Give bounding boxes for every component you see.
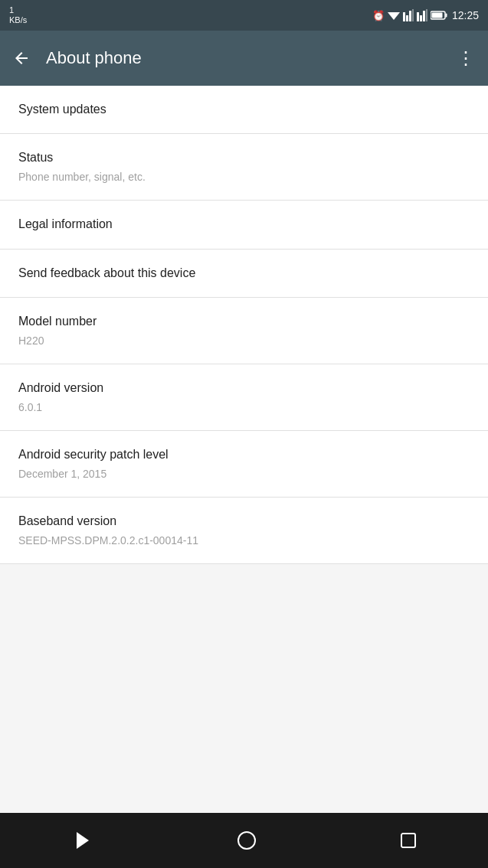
settings-item-title-system-updates: System updates (18, 101, 470, 118)
signal-icon-1 (403, 9, 414, 21)
settings-item-title-legal: Legal information (18, 216, 470, 233)
network-speed: 1 KB/s (9, 5, 27, 25)
svg-rect-7 (423, 11, 425, 21)
settings-item-feedback[interactable]: Send feedback about this device (0, 250, 488, 298)
settings-item-model[interactable]: Model number H220 (0, 298, 488, 364)
status-bar-right: ⏰ 12:25 (372, 9, 479, 21)
svg-rect-1 (403, 12, 405, 21)
clock: 12:25 (452, 9, 479, 21)
settings-item-security-patch[interactable]: Android security patch level December 1,… (0, 431, 488, 498)
svg-rect-2 (406, 15, 408, 21)
settings-item-status[interactable]: Status Phone number, signal, etc. (0, 134, 488, 201)
nav-bar (0, 813, 488, 868)
svg-rect-3 (409, 11, 411, 21)
settings-item-legal[interactable]: Legal information (0, 201, 488, 249)
settings-item-subtitle-security-patch: December 1, 2015 (18, 467, 470, 482)
page-title: About phone (46, 48, 457, 68)
battery-icon (431, 10, 447, 21)
svg-rect-10 (445, 14, 447, 18)
settings-item-title-feedback: Send feedback about this device (18, 265, 470, 282)
alarm-icon: ⏰ (372, 10, 385, 21)
settings-item-title-model: Model number (18, 313, 470, 330)
svg-rect-6 (420, 15, 422, 21)
svg-rect-11 (431, 13, 442, 18)
svg-rect-4 (412, 9, 414, 21)
settings-item-title-android-version: Android version (18, 380, 470, 396)
nav-home-button[interactable] (218, 821, 275, 860)
settings-item-subtitle-status: Phone number, signal, etc. (18, 170, 470, 185)
svg-marker-12 (77, 832, 89, 849)
settings-item-subtitle-android-version: 6.0.1 (18, 400, 470, 416)
settings-item-subtitle-model: H220 (18, 334, 470, 349)
svg-rect-5 (417, 12, 419, 21)
svg-rect-8 (426, 9, 427, 21)
settings-item-title-status: Status (18, 149, 470, 166)
wifi-icon (388, 9, 400, 21)
settings-item-android-version[interactable]: Android version 6.0.1 (0, 364, 488, 431)
back-button[interactable] (12, 49, 31, 67)
settings-item-subtitle-baseband: SEED-MPSS.DPM.2.0.2.c1-00014-11 (18, 534, 470, 549)
toolbar: About phone ⋮ (0, 31, 488, 86)
status-bar: 1 KB/s ⏰ (0, 0, 488, 31)
more-options-button[interactable]: ⋮ (457, 47, 476, 69)
settings-item-title-baseband: Baseband version (18, 513, 470, 530)
settings-item-system-updates[interactable]: System updates (0, 86, 488, 134)
nav-recents-button[interactable] (382, 823, 435, 858)
svg-marker-0 (388, 12, 400, 20)
settings-item-title-security-patch: Android security patch level (18, 446, 470, 463)
status-icons: ⏰ (372, 9, 447, 21)
settings-list: System updates Status Phone number, sign… (0, 86, 488, 813)
settings-item-baseband[interactable]: Baseband version SEED-MPSS.DPM.2.0.2.c1-… (0, 498, 488, 564)
svg-point-13 (238, 832, 255, 849)
nav-back-button[interactable] (54, 821, 112, 860)
signal-icon-2 (417, 9, 427, 21)
svg-rect-14 (401, 834, 415, 847)
